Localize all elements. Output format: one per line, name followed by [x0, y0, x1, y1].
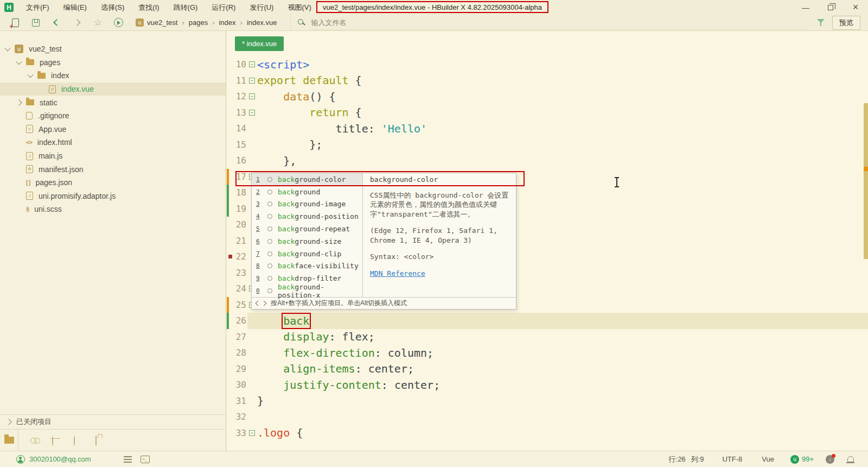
autocomplete-item-background-image[interactable]: 3background-image — [252, 198, 362, 211]
autocomplete-item-background-size[interactable]: 6background-size — [252, 235, 362, 248]
menu-item-r[interactable]: 运行(R) — [205, 1, 242, 15]
closed-projects-section[interactable]: 已关闭项目 — [0, 414, 226, 429]
menu-item-f[interactable]: 文件(F) — [19, 1, 56, 15]
tree-item-uni-promisify-adaptor-js[interactable]: Juni.promisify.adaptor.js — [0, 190, 226, 203]
chevron-down-icon[interactable] — [4, 45, 10, 51]
outline-list-icon[interactable] — [124, 456, 132, 463]
code-line-26[interactable]: 26 back — [227, 313, 868, 329]
line-number[interactable]: 29 — [227, 364, 246, 374]
terminal-icon[interactable]: >_ — [141, 456, 150, 463]
autocomplete-item-background[interactable]: 2background — [252, 186, 362, 198]
line-number[interactable]: 11 — [227, 75, 246, 86]
breadcrumb-item-index[interactable]: index — [219, 18, 235, 27]
code-line-31[interactable]: 31} — [227, 393, 868, 409]
code-line-30[interactable]: 30 justify-content: center; — [227, 377, 868, 393]
tree-item-App-vue[interactable]: VApp.vue — [0, 123, 226, 136]
chevron-right-icon[interactable] — [16, 99, 22, 105]
line-number[interactable]: 13 — [227, 108, 246, 118]
line-number[interactable]: 24 — [227, 283, 246, 294]
filter-funnel-icon[interactable] — [817, 19, 825, 26]
alt-prev-icon[interactable] — [256, 301, 261, 306]
code-line-11[interactable]: 11−export default { — [227, 73, 868, 89]
tree-item-vue2_test[interactable]: uvue2_test — [0, 42, 226, 56]
tree-item-pages-json[interactable]: [ ]pages.json — [0, 176, 226, 190]
line-number[interactable]: 23 — [227, 268, 246, 278]
bell-icon[interactable] — [847, 456, 854, 462]
fold-marker-icon[interactable]: − — [249, 93, 255, 99]
tree-item--gitignore[interactable]: .gitignore — [0, 109, 226, 123]
tree-item-index[interactable]: index — [0, 69, 226, 83]
line-number[interactable]: 33 — [227, 428, 246, 438]
code-line-10[interactable]: 10−<script> — [227, 56, 868, 73]
line-number[interactable]: 18 — [227, 187, 246, 198]
menu-item-s[interactable]: 选择(S) — [94, 1, 131, 15]
line-number[interactable]: 19 — [227, 204, 246, 214]
editor-scrollbar[interactable] — [864, 103, 868, 259]
notifications-badge[interactable]: u 99+ — [790, 455, 814, 464]
fold-marker-icon[interactable]: − — [249, 430, 255, 436]
code-line-13[interactable]: 13− return { — [227, 105, 868, 121]
alt-next-icon[interactable] — [261, 301, 267, 306]
code-line-12[interactable]: 12− data() { — [227, 89, 868, 105]
line-number[interactable]: 28 — [227, 348, 246, 358]
encoding-indicator[interactable]: UTF-8 — [722, 455, 742, 463]
autocomplete-item-background-color[interactable]: 1background-color — [252, 173, 362, 186]
line-number[interactable]: 25 — [227, 300, 246, 310]
tab-index-vue[interactable]: * index.vue — [235, 36, 284, 51]
line-number[interactable]: 27 — [227, 332, 246, 342]
chevron-down-icon[interactable] — [16, 59, 22, 65]
code-line-28[interactable]: 28 flex-direction: column; — [227, 345, 868, 361]
run-button[interactable] — [113, 17, 124, 28]
update-download-icon[interactable]: ↓ — [826, 455, 834, 464]
fold-marker-icon[interactable]: − — [249, 110, 255, 116]
line-number[interactable]: 15 — [227, 140, 246, 150]
line-number[interactable]: 14 — [227, 123, 246, 134]
refresh-view-icon[interactable] — [74, 436, 84, 445]
tree-item-static[interactable]: static — [0, 96, 226, 109]
line-number[interactable]: 30 — [227, 380, 246, 390]
new-file-button[interactable] — [10, 17, 21, 28]
syntax-mode-indicator[interactable]: Vue — [762, 455, 774, 463]
code-line-33[interactable]: 33−.logo { — [227, 425, 868, 441]
cursor-col-indicator[interactable]: 列:9 — [691, 455, 704, 464]
autocomplete-item-backface-visibility[interactable]: 8backface-visibility — [252, 260, 362, 273]
editor-pane[interactable]: * index.vue 10−<script>11−export default… — [227, 31, 868, 451]
search-input[interactable] — [311, 16, 809, 30]
line-number[interactable]: 20 — [227, 219, 246, 230]
line-number[interactable]: 32 — [227, 412, 246, 422]
breadcrumb-item-pages[interactable]: pages — [189, 18, 208, 27]
tree-item-main-js[interactable]: Jmain.js — [0, 149, 226, 163]
code-line-32[interactable]: 32 — [227, 409, 868, 425]
line-number[interactable]: 26 — [227, 315, 246, 326]
autocomplete-item-background-position[interactable]: 4background-position — [252, 210, 362, 223]
line-number[interactable]: 12 — [227, 91, 246, 102]
line-number[interactable]: 22 — [227, 251, 246, 262]
code-line-15[interactable]: 15 }; — [227, 137, 868, 153]
debug-view-icon[interactable] — [52, 436, 62, 445]
line-number[interactable]: 16 — [227, 155, 246, 166]
code-line-14[interactable]: 14 title: 'Hello' — [227, 121, 868, 137]
cloud-view-icon[interactable] — [95, 436, 105, 445]
autocomplete-item-background-clip[interactable]: 7background-clip — [252, 248, 362, 260]
menu-item-i[interactable]: 查找(I) — [131, 1, 166, 15]
tree-item-index-vue[interactable]: Vindex.vue — [0, 83, 226, 96]
autocomplete-item-background-repeat[interactable]: 5background-repeat — [252, 223, 362, 235]
code-line-16[interactable]: 16 }, — [227, 153, 868, 169]
code-line-29[interactable]: 29 align-items: center; — [227, 361, 868, 377]
back-button[interactable] — [51, 17, 62, 28]
cursor-line-indicator[interactable]: 行:26 — [669, 455, 686, 464]
menu-item-u[interactable]: 发行(U) — [242, 1, 280, 15]
projects-view-button[interactable] — [0, 430, 18, 451]
account-avatar-icon[interactable] — [16, 455, 25, 464]
save-button[interactable] — [30, 17, 41, 28]
close-button[interactable]: × — [843, 0, 868, 15]
forward-button[interactable] — [72, 17, 82, 28]
favorite-button[interactable]: ☆ — [92, 17, 103, 28]
menu-item-e[interactable]: 编辑(E) — [56, 1, 94, 15]
search-view-icon[interactable] — [30, 436, 40, 445]
account-email[interactable]: 30020100@qq.com — [29, 455, 91, 463]
autocomplete-item-background-position-x[interactable]: 0background-position-x — [252, 285, 362, 297]
mdn-reference-link[interactable]: MDN Reference — [370, 269, 425, 277]
line-number[interactable]: 10 — [227, 59, 246, 70]
fold-marker-icon[interactable]: − — [249, 61, 255, 67]
